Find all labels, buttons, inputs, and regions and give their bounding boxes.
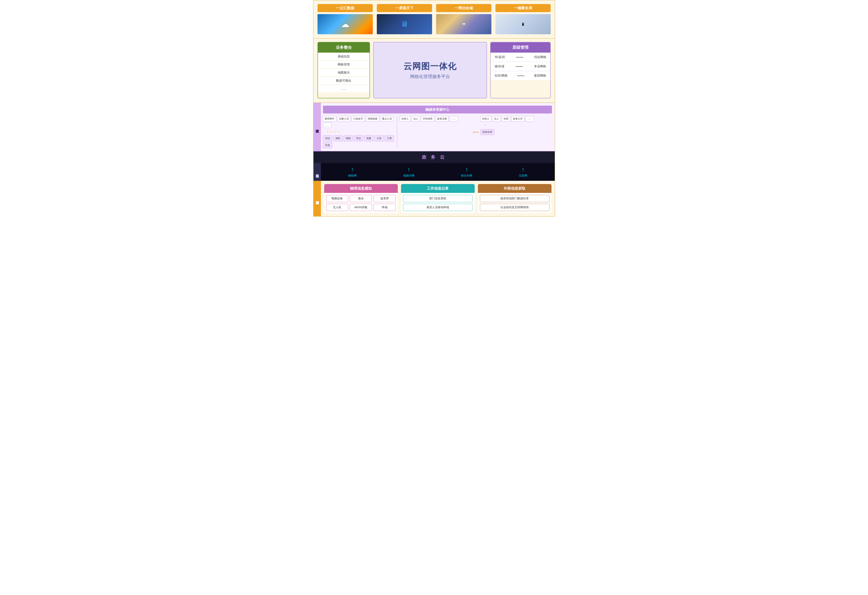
business-item-1: 基础信息	[318, 53, 369, 61]
top-card-2: 一屏观天下 🖥	[377, 4, 432, 34]
work-header: 工作信息记录	[401, 184, 475, 193]
mid-tags: 自然人 法人 空间地理 政策法规 ……	[400, 116, 471, 122]
top-section: 一云汇数据 ☁ 一屏观天下 🖥 一网治全城 🗺 一端掌全局 📱	[313, 0, 555, 39]
right-apps: 政务应用	[480, 129, 552, 135]
left-down-arrows: ↓↓↓↓↓	[323, 129, 394, 133]
cloud-image: ☁	[317, 14, 373, 34]
network-section: 互联网络 ↑ 物联网 ↑ 视频专网 ↑ 移动专网 ↑ 互联网	[313, 163, 555, 181]
external-row-1: 政府其他部门数据目录	[480, 195, 549, 202]
top-card-4: 一端掌全局 📱	[495, 4, 551, 34]
top-card-img-3: 🗺	[436, 14, 492, 34]
physical-cell-6: 终端	[373, 204, 396, 211]
network-arrow-4: ↑	[522, 166, 524, 173]
data-label: 数据汇聚	[313, 103, 321, 151]
tag-1: 案情事件	[323, 116, 336, 122]
mid-tag-2: 法人	[412, 116, 420, 122]
top-card-title-3: 一网治全城	[436, 4, 492, 12]
data-left-col: 案情事件 涉案人员 行政处罚 情报线索 重点人员 …… ↓↓↓↓↓ 综治 城管 …	[323, 116, 394, 148]
right-tags: 自然人 法人 信用 政务公开 ……	[480, 116, 552, 122]
network-arrow-2: ↑	[407, 166, 410, 173]
level-right-3: 基层网格	[534, 74, 546, 78]
tag-4: 情报线索	[366, 116, 379, 122]
right-tag-5: ……	[526, 116, 534, 122]
physical-row-2: 无人机 AR/AI穿戴 终端	[326, 204, 396, 211]
top-card-img-1: ☁	[317, 14, 373, 34]
work-body: 部门信息系统 基层人员移动终端	[401, 193, 475, 213]
screen-image: 🖥	[377, 14, 432, 34]
level-dash-2: ——	[515, 64, 523, 69]
center-title-main: 云网图一体化	[403, 61, 457, 72]
network-item-2: ↑ 视频专网	[403, 166, 415, 178]
external-row-2: 社会组织及互联网舆情	[480, 204, 549, 211]
mobile-image: 📱	[495, 14, 551, 34]
network-item-4: ↑ 互联网	[519, 166, 527, 178]
external-cell-1: 政府其他部门数据目录	[480, 195, 549, 202]
tag-3: 行政处罚	[351, 116, 365, 122]
level-right-2: 专业网格	[534, 65, 546, 68]
cloud-section: 政 务 云	[313, 152, 555, 163]
physical-header: 物理信息感知	[324, 184, 398, 193]
right-tag-3: 信用	[502, 116, 510, 122]
bottom-label: 全面感知	[313, 181, 321, 216]
app-1: 综治	[323, 135, 332, 141]
network-item-3: ↑ 移动专网	[461, 166, 472, 178]
network-content: ↑ 物联网 ↑ 视频专网 ↑ 移动专网 ↑ 互联网	[321, 163, 555, 181]
mid-tag-1: 自然人	[400, 116, 410, 122]
network-arrow-1: ↑	[351, 166, 354, 173]
mid-tag-5: ……	[450, 116, 458, 122]
level-box: 层级管理 市/县/区 —— 综合网格 镇/街道 —— 专业网格 社区/网格 ——…	[490, 42, 551, 99]
level-dash-3: ——	[517, 74, 524, 78]
app-2: 城管	[333, 135, 342, 141]
business-item-4: 数据可视化	[318, 77, 369, 85]
network-arrow-3: ↑	[465, 166, 468, 173]
physical-box: 物理信息感知 视频设备 激光 超宽带 无人机 AR/AI穿戴 终端	[324, 184, 398, 213]
level-item-1: 市/县/区 —— 综合网格	[490, 53, 550, 62]
data-right-col: 自然人 法人 信用 政务公开 …… ↓ 政务应用	[480, 116, 552, 135]
bidirectional-arrow: ⟷	[473, 130, 479, 134]
level-left-1: 市/县/区	[495, 55, 505, 59]
network-label-3: 移动专网	[461, 174, 472, 178]
physical-cell-4: 无人机	[326, 204, 348, 211]
right-app-1: 政务应用	[480, 129, 495, 135]
app-7: 工商	[385, 135, 394, 141]
media-center-title: 融媒体资源中心	[323, 106, 552, 113]
physical-cell-5: AR/AI穿戴	[350, 204, 372, 211]
mid-tag-3: 空间地理	[421, 116, 434, 122]
top-card-title-1: 一云汇数据	[317, 4, 373, 12]
top-card-3: 一网治全城 🗺	[436, 4, 492, 34]
business-item-2: 网格管理	[318, 61, 369, 69]
business-item-5: ……	[318, 85, 369, 92]
level-left-2: 镇/街道	[495, 65, 505, 68]
right-tag-4: 政务公开	[511, 116, 524, 122]
top-card-img-4: 📱	[495, 14, 551, 34]
center-box: 云网图一体化 网格化管理服务平台	[373, 42, 487, 99]
level-right-1: 综合网格	[534, 55, 546, 59]
app-8: 应急	[323, 142, 332, 148]
cloud-title: 政 务 云	[422, 155, 446, 160]
network-label-2: 视频专网	[403, 174, 415, 178]
left-tags: 案情事件 涉案人员 行政处罚 情报线索 重点人员 ……	[323, 116, 394, 128]
level-left-3: 社区/网格	[495, 74, 508, 78]
tag-5: 重点人员	[380, 116, 394, 122]
center-title-sub: 网格化管理服务平台	[410, 74, 450, 80]
right-tag-1: 自然人	[480, 116, 491, 122]
data-content: 融媒体资源中心 案情事件 涉案人员 行政处罚 情报线索 重点人员 …… ↓↓↓↓…	[321, 103, 555, 151]
app-6: 公安	[374, 135, 384, 141]
level-dash-1: ——	[516, 55, 523, 59]
external-header: 外部信息获取	[478, 184, 552, 193]
top-card-title-2: 一屏观天下	[377, 4, 432, 12]
business-box: 业务整合 基础信息 网格管理 地图展示 数据可视化 ……	[317, 42, 370, 99]
physical-cell-2: 激光	[350, 195, 372, 202]
tag-2: 涉案人员	[337, 116, 351, 122]
left-apps: 综治 城管 维稳 司法 党建 公安 工商 应急	[323, 135, 394, 148]
app-4: 司法	[354, 135, 363, 141]
data-mid-col: 自然人 法人 空间地理 政策法规 ……	[400, 116, 471, 122]
network-label-1: 物联网	[348, 174, 357, 178]
data-section: 数据汇聚 融媒体资源中心 案情事件 涉案人员 行政处罚 情报线索 重点人员 ………	[313, 103, 555, 152]
right-tag-2: 法人	[492, 116, 500, 122]
work-row-2: 基层人员移动终端	[403, 204, 472, 211]
physical-body: 视频设备 激光 超宽带 无人机 AR/AI穿戴 终端	[324, 193, 398, 213]
network-label-4: 互联网	[519, 174, 527, 178]
external-body: 政府其他部门数据目录 社会组织及互联网舆情	[478, 193, 552, 213]
business-header: 业务整合	[318, 42, 369, 53]
